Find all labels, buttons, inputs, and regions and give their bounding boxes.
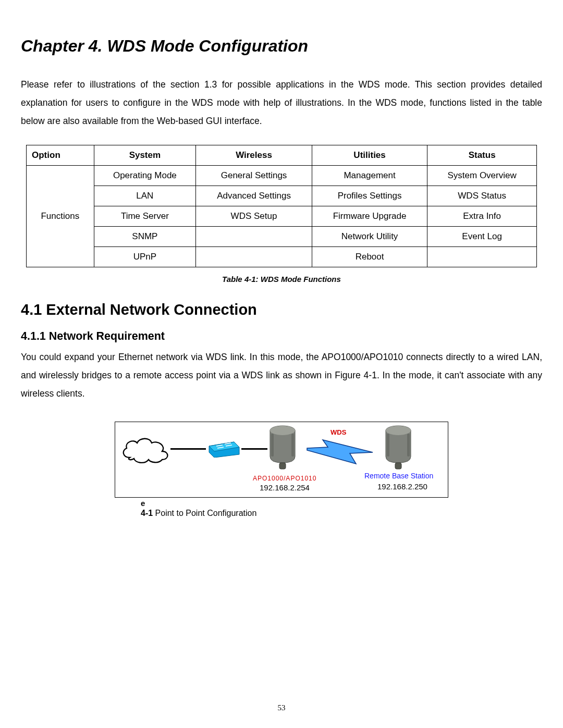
functions-table: Option System Wireless Utilities Status … xyxy=(26,145,537,267)
table-row: Functions Operating Mode General Setting… xyxy=(27,166,537,186)
table-row: LAN Advanced Settings Profiles Settings … xyxy=(27,186,537,206)
cell: WDS Setup xyxy=(196,206,312,227)
svg-marker-11 xyxy=(307,440,373,464)
cell: Profiles Settings xyxy=(312,186,427,206)
wds-label: WDS xyxy=(331,428,346,436)
cell: Time Server xyxy=(94,206,196,227)
cell: Firmware Upgrade xyxy=(312,206,427,227)
table-row: UPnP Reboot xyxy=(27,247,537,267)
th-system: System xyxy=(94,145,196,166)
ethernet-line-icon xyxy=(241,448,267,450)
cell xyxy=(196,247,312,267)
subsection-heading: 4.1.1 Network Requirement xyxy=(21,330,542,343)
svg-rect-15 xyxy=(407,434,410,456)
svg-rect-10 xyxy=(279,463,286,469)
svg-point-7 xyxy=(270,426,295,435)
figure-number: 4-1 xyxy=(141,509,153,517)
cell: Event Log xyxy=(427,227,537,247)
cell xyxy=(427,247,537,267)
cell: SNMP xyxy=(94,227,196,247)
wds-link-icon xyxy=(305,438,375,466)
subsection-paragraph: You could expand your Ethernet network v… xyxy=(21,348,542,403)
figure-text: Point to Point Configuration xyxy=(153,509,256,517)
cell: Extra Info xyxy=(427,206,537,227)
network-switch-icon xyxy=(207,441,240,458)
internet-cloud-icon xyxy=(119,435,172,464)
cell xyxy=(196,227,312,247)
remote-access-point-icon xyxy=(382,425,414,470)
document-page: Chapter 4. WDS Mode Configuration Please… xyxy=(0,0,563,728)
diagram-container: WDS APO1000/APO1010 192.168.2.254 Remote… xyxy=(115,422,448,518)
stray-text: e xyxy=(141,499,448,508)
cell: UPnP xyxy=(94,247,196,267)
cell: Operating Mode xyxy=(94,166,196,186)
access-point-icon xyxy=(266,425,299,470)
th-status: Status xyxy=(427,145,537,166)
intro-paragraph: Please refer to illustrations of the sec… xyxy=(21,76,542,130)
figure-caption: 4-1 Point to Point Configuration xyxy=(141,509,448,518)
table-header-row: Option System Wireless Utilities Status xyxy=(27,145,537,166)
cell: General Settings xyxy=(196,166,312,186)
device-model-label: APO1000/APO1010 xyxy=(253,475,316,482)
th-utilities: Utilities xyxy=(312,145,427,166)
table-row: SNMP Network Utility Event Log xyxy=(27,227,537,247)
th-wireless: Wireless xyxy=(196,145,312,166)
cell: Reboot xyxy=(312,247,427,267)
section-heading: 4.1 External Network Connection xyxy=(21,301,542,318)
cell: WDS Status xyxy=(427,186,537,206)
ip-address-remote: 192.168.2.250 xyxy=(377,482,427,491)
th-option: Option xyxy=(27,145,94,166)
page-number: 53 xyxy=(0,704,563,712)
table-caption: Table 4-1: WDS Mode Functions xyxy=(21,275,542,283)
remote-station-label: Remote Base Station xyxy=(364,472,433,480)
svg-rect-8 xyxy=(271,434,274,456)
cell: Advanced Settings xyxy=(196,186,312,206)
ethernet-line-icon xyxy=(170,448,206,450)
chapter-title: Chapter 4. WDS Mode Configuration xyxy=(21,36,542,56)
cell: Management xyxy=(312,166,427,186)
row-label: Functions xyxy=(27,166,94,267)
svg-rect-16 xyxy=(395,463,401,469)
svg-rect-14 xyxy=(387,434,389,456)
cell: LAN xyxy=(94,186,196,206)
network-diagram: WDS APO1000/APO1010 192.168.2.254 Remote… xyxy=(115,422,448,498)
ip-address-local: 192.168.2.254 xyxy=(260,483,310,492)
table-row: Time Server WDS Setup Firmware Upgrade E… xyxy=(27,206,537,227)
svg-point-13 xyxy=(386,426,411,435)
cell: Network Utility xyxy=(312,227,427,247)
svg-rect-9 xyxy=(291,434,294,456)
cell: System Overview xyxy=(427,166,537,186)
